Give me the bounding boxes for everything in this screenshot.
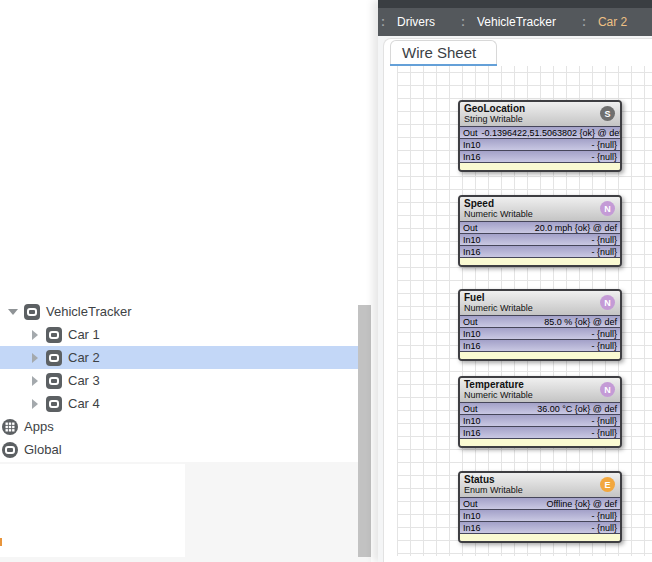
- block-header[interactable]: Temperature Numeric Writable N: [460, 378, 620, 402]
- expand-icon[interactable]: [28, 374, 42, 388]
- block-header[interactable]: GeoLocation String Writable S: [460, 102, 620, 126]
- block-speed[interactable]: Speed Numeric Writable N Out20.0 mph {ok…: [458, 195, 622, 267]
- breadcrumb-item-drivers[interactable]: Drivers: [397, 15, 435, 29]
- pin-out[interactable]: Out36.00 °C {ok} @ def: [460, 402, 620, 414]
- component-icon: [46, 350, 62, 366]
- tree-item-label: VehicleTracker: [46, 304, 132, 319]
- block-title: GeoLocation: [464, 103, 616, 114]
- breadcrumb-separator-icon: :: [461, 15, 465, 29]
- tree-item-label: Car 1: [68, 327, 100, 342]
- block-geolocation[interactable]: GeoLocation String Writable S Out-0.1396…: [458, 100, 622, 172]
- breadcrumb-separator-icon: :: [381, 15, 385, 29]
- block-subtitle: Enum Writable: [464, 485, 616, 495]
- tree-item-label: Global: [24, 442, 62, 457]
- pin-in16[interactable]: In16- {null}: [460, 426, 620, 438]
- expand-icon[interactable]: [28, 351, 42, 365]
- tree-item-apps[interactable]: Apps: [0, 415, 358, 438]
- block-subtitle: String Writable: [464, 114, 616, 124]
- pin-in16[interactable]: In16- {null}: [460, 521, 620, 533]
- expand-icon[interactable]: [28, 397, 42, 411]
- pin-in10[interactable]: In10- {null}: [460, 138, 620, 150]
- titlebar-strip: [378, 0, 652, 8]
- tree-item-label: Apps: [24, 419, 54, 434]
- pin-in10[interactable]: In10- {null}: [460, 509, 620, 521]
- pin-out[interactable]: Out-0.1396422,51.5063802 {ok} @ def: [460, 126, 620, 138]
- pin-in16[interactable]: In16- {null}: [460, 339, 620, 351]
- nav-tree: VehicleTracker Car 1 Car 2 Car 3 Car 4: [0, 300, 358, 461]
- pin-in16[interactable]: In16- {null}: [460, 245, 620, 257]
- block-header[interactable]: Status Enum Writable E: [460, 473, 620, 497]
- block-footer: [460, 162, 620, 170]
- nav-sidebar: VehicleTracker Car 1 Car 2 Car 3 Car 4: [0, 0, 378, 562]
- block-title: Speed: [464, 198, 616, 209]
- block-subtitle: Numeric Writable: [464, 390, 616, 400]
- string-type-icon: S: [600, 106, 615, 121]
- block-footer: [460, 533, 620, 541]
- component-icon: [46, 373, 62, 389]
- block-footer: [460, 438, 620, 446]
- block-fuel[interactable]: Fuel Numeric Writable N Out85.0 % {ok} @…: [458, 289, 622, 361]
- breadcrumb: : Drivers : VehicleTracker : Car 2: [378, 8, 652, 36]
- numeric-type-icon: N: [600, 201, 615, 216]
- apps-grid-icon: [2, 419, 18, 435]
- tree-item-car1[interactable]: Car 1: [0, 323, 358, 346]
- numeric-type-icon: N: [600, 295, 615, 310]
- block-footer: [460, 351, 620, 359]
- collapse-icon[interactable]: [6, 305, 20, 319]
- pin-out[interactable]: Out85.0 % {ok} @ def: [460, 315, 620, 327]
- pin-out[interactable]: Out20.0 mph {ok} @ def: [460, 221, 620, 233]
- edge-marker: [0, 538, 2, 546]
- numeric-type-icon: N: [600, 382, 615, 397]
- tab-wire-sheet[interactable]: Wire Sheet: [390, 40, 497, 64]
- sidebar-scrollbar[interactable]: [358, 305, 371, 557]
- component-icon: [46, 396, 62, 412]
- block-temperature[interactable]: Temperature Numeric Writable N Out36.00 …: [458, 376, 622, 448]
- pin-in10[interactable]: In10- {null}: [460, 414, 620, 426]
- block-footer: [460, 257, 620, 265]
- component-icon: [46, 327, 62, 343]
- tree-item-vehicletracker[interactable]: VehicleTracker: [0, 300, 358, 323]
- block-status[interactable]: Status Enum Writable E OutOffline {ok} @…: [458, 471, 622, 543]
- breadcrumb-separator-icon: :: [582, 15, 586, 29]
- pin-in16[interactable]: In16- {null}: [460, 150, 620, 162]
- tree-item-label: Car 2: [68, 350, 100, 365]
- tree-item-car4[interactable]: Car 4: [0, 392, 358, 415]
- breadcrumb-item-car2[interactable]: Car 2: [598, 15, 627, 29]
- global-icon: [2, 442, 18, 458]
- block-header[interactable]: Fuel Numeric Writable N: [460, 291, 620, 315]
- pin-out[interactable]: OutOffline {ok} @ def: [460, 497, 620, 509]
- tree-item-car3[interactable]: Car 3: [0, 369, 358, 392]
- workbench-window: VehicleTracker Car 1 Car 2 Car 3 Car 4: [0, 0, 652, 562]
- breadcrumb-item-vehicletracker[interactable]: VehicleTracker: [477, 15, 556, 29]
- tree-item-label: Car 4: [68, 396, 100, 411]
- pin-in10[interactable]: In10- {null}: [460, 327, 620, 339]
- component-icon: [24, 304, 40, 320]
- tree-item-global[interactable]: Global: [0, 438, 358, 461]
- palette-empty-panel: [0, 464, 185, 557]
- enum-type-icon: E: [600, 477, 615, 492]
- block-header[interactable]: Speed Numeric Writable N: [460, 197, 620, 221]
- tree-item-car2-selected[interactable]: Car 2: [0, 346, 358, 369]
- block-subtitle: Numeric Writable: [464, 303, 616, 313]
- pin-in10[interactable]: In10- {null}: [460, 233, 620, 245]
- block-subtitle: Numeric Writable: [464, 209, 616, 219]
- tree-item-label: Car 3: [68, 373, 100, 388]
- view-panel: : Drivers : VehicleTracker : Car 2 Wire …: [378, 0, 652, 562]
- block-title: Status: [464, 474, 616, 485]
- block-title: Temperature: [464, 379, 616, 390]
- expand-icon[interactable]: [28, 328, 42, 342]
- block-title: Fuel: [464, 292, 616, 303]
